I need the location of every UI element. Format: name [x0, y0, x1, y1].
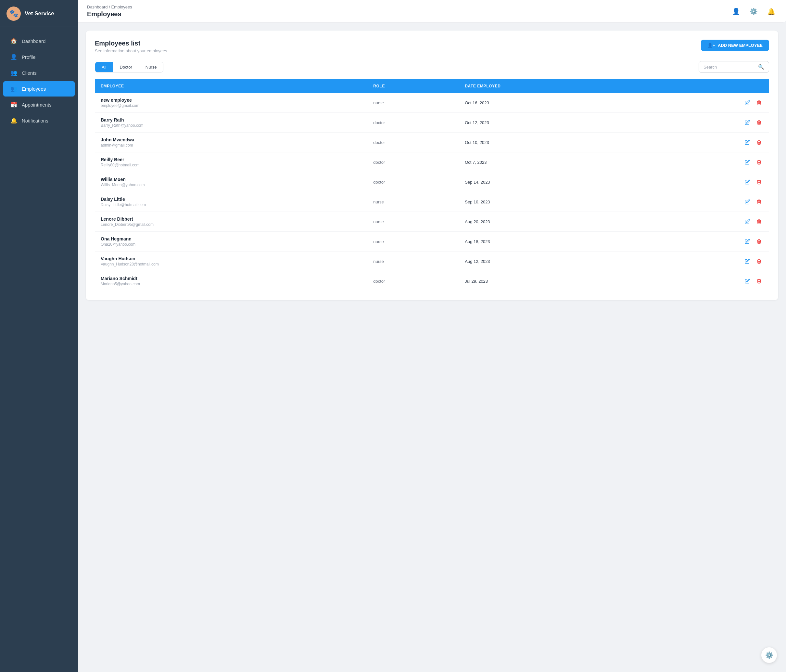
edit-button[interactable]	[743, 118, 751, 127]
edit-icon	[745, 199, 750, 205]
home-icon: 🏠	[10, 38, 17, 44]
date-cell: Oct 12, 2023	[459, 113, 645, 132]
date-value: Oct 16, 2023	[465, 101, 489, 105]
employee-email: Barry_Rath@yahoo.com	[101, 123, 362, 128]
settings-fab[interactable]: ⚙️	[761, 647, 777, 663]
edit-button[interactable]	[743, 138, 751, 146]
settings-button[interactable]: ⚙️	[748, 6, 759, 17]
sidebar-item-appointments[interactable]: 📅 Appointments	[3, 97, 75, 112]
delete-button[interactable]	[755, 277, 763, 285]
add-employee-label: ADD NEW EMPLOYEE	[718, 43, 762, 48]
sidebar-item-notifications[interactable]: 🔔 Notifications	[3, 113, 75, 128]
edit-button[interactable]	[743, 98, 751, 107]
edit-button[interactable]	[743, 257, 751, 266]
actions-cell	[645, 192, 769, 212]
card-title: Employees list	[95, 39, 167, 47]
role-cell: nurse	[367, 252, 459, 271]
role-value: nurse	[373, 219, 384, 224]
table-row: John Mwendwa admin@gmail.com doctor Oct …	[95, 132, 769, 153]
delete-button[interactable]	[755, 158, 763, 166]
user-profile-button[interactable]: 👤	[730, 6, 742, 17]
page-header: Dashboard / Employees Employees 👤 ⚙️ 🔔	[78, 0, 786, 23]
table-row: Reilly Beer Reilly80@hotmail.com doctor …	[95, 153, 769, 172]
sidebar-item-label-clients: Clients	[22, 70, 37, 76]
date-value: Aug 12, 2023	[465, 259, 490, 264]
employee-cell: Vaughn Hudson Vaughn_Hudson28@hotmail.co…	[95, 252, 367, 271]
sidebar-logo: 🐾 Vet Service	[0, 0, 78, 27]
role-value: doctor	[373, 120, 385, 125]
edit-button[interactable]	[743, 237, 751, 246]
date-cell: Oct 16, 2023	[459, 93, 645, 113]
employees-icon: 👥	[10, 85, 17, 92]
table-row: Ona Hegmann Ona20@yahoo.com nurse Aug 18…	[95, 232, 769, 252]
employee-name: John Mwendwa	[101, 137, 362, 142]
notifications-button[interactable]: 🔔	[765, 6, 777, 17]
employee-email: Ona20@yahoo.com	[101, 242, 362, 247]
table-header-row: EMPLOYEE ROLE DATE EMPLOYED	[95, 79, 769, 93]
date-value: Sep 10, 2023	[465, 200, 490, 205]
employee-cell: new employee employee@gmail.com	[95, 93, 367, 113]
employee-name: Reilly Beer	[101, 157, 362, 162]
date-cell: Aug 20, 2023	[459, 212, 645, 232]
table-row: Lenore Dibbert Lenore_Dibbert95@gmail.co…	[95, 212, 769, 232]
breadcrumb-home[interactable]: Dashboard	[87, 5, 108, 9]
search-input[interactable]	[704, 65, 756, 69]
employee-name: Daisy Little	[101, 197, 362, 202]
filter-all[interactable]: All	[95, 62, 113, 72]
role-cell: doctor	[367, 172, 459, 192]
employee-name: new employee	[101, 98, 362, 103]
actions-cell	[645, 252, 769, 271]
delete-button[interactable]	[755, 178, 763, 186]
employee-cell: Reilly Beer Reilly80@hotmail.com	[95, 153, 367, 172]
delete-button[interactable]	[755, 98, 763, 107]
edit-button[interactable]	[743, 158, 751, 166]
filter-doctor[interactable]: Doctor	[113, 62, 139, 72]
edit-button[interactable]	[743, 217, 751, 226]
filter-nurse[interactable]: Nurse	[139, 62, 163, 72]
delete-icon	[756, 219, 762, 224]
delete-button[interactable]	[755, 138, 763, 146]
bell-icon: 🔔	[767, 8, 775, 15]
delete-button[interactable]	[755, 198, 763, 206]
date-value: Sep 14, 2023	[465, 180, 490, 184]
delete-icon	[756, 159, 762, 165]
date-cell: Oct 7, 2023	[459, 153, 645, 172]
add-employee-button[interactable]: 👤+ ADD NEW EMPLOYEE	[701, 39, 769, 51]
delete-icon	[756, 179, 762, 184]
employee-name: Ona Hegmann	[101, 236, 362, 241]
sidebar-item-label-dashboard: Dashboard	[22, 38, 46, 44]
sidebar-item-clients[interactable]: 👥 Clients	[3, 65, 75, 80]
employee-email: Mariano5@yahoo.com	[101, 282, 362, 286]
delete-icon	[756, 100, 762, 105]
card-header-text: Employees list See information about you…	[95, 39, 167, 53]
employee-cell: Lenore Dibbert Lenore_Dibbert95@gmail.co…	[95, 212, 367, 232]
sidebar-item-dashboard[interactable]: 🏠 Dashboard	[3, 33, 75, 49]
employee-email: admin@gmail.com	[101, 143, 362, 148]
sidebar: 🐾 Vet Service 🏠 Dashboard 👤 Profile 👥 Cl…	[0, 0, 78, 672]
edit-button[interactable]	[743, 198, 751, 206]
delete-button[interactable]	[755, 257, 763, 266]
sidebar-item-profile[interactable]: 👤 Profile	[3, 49, 75, 65]
actions-cell	[645, 212, 769, 232]
employee-name: Mariano Schmidt	[101, 276, 362, 281]
employee-name: Lenore Dibbert	[101, 216, 362, 222]
delete-button[interactable]	[755, 118, 763, 127]
sidebar-item-employees[interactable]: 👥 Employees	[3, 81, 75, 96]
breadcrumb: Dashboard / Employees	[87, 5, 132, 9]
col-actions	[645, 79, 769, 93]
delete-button[interactable]	[755, 237, 763, 246]
edit-button[interactable]	[743, 277, 751, 285]
edit-icon	[745, 279, 750, 284]
edit-button[interactable]	[743, 178, 751, 186]
employee-cell: Willis Moen Willis_Moen@yahoo.com	[95, 172, 367, 192]
profile-icon: 👤	[10, 54, 17, 60]
table-row: Daisy Little Daisy_Little@hotmail.com nu…	[95, 192, 769, 212]
date-cell: Sep 14, 2023	[459, 172, 645, 192]
clients-icon: 👥	[10, 69, 17, 76]
date-cell: Oct 10, 2023	[459, 132, 645, 153]
employees-table-wrapper: EMPLOYEE ROLE DATE EMPLOYED new employee…	[95, 79, 769, 291]
page-content: Employees list See information about you…	[78, 23, 786, 672]
user-icon: 👤	[732, 8, 740, 15]
delete-button[interactable]	[755, 217, 763, 226]
delete-icon	[756, 199, 762, 205]
